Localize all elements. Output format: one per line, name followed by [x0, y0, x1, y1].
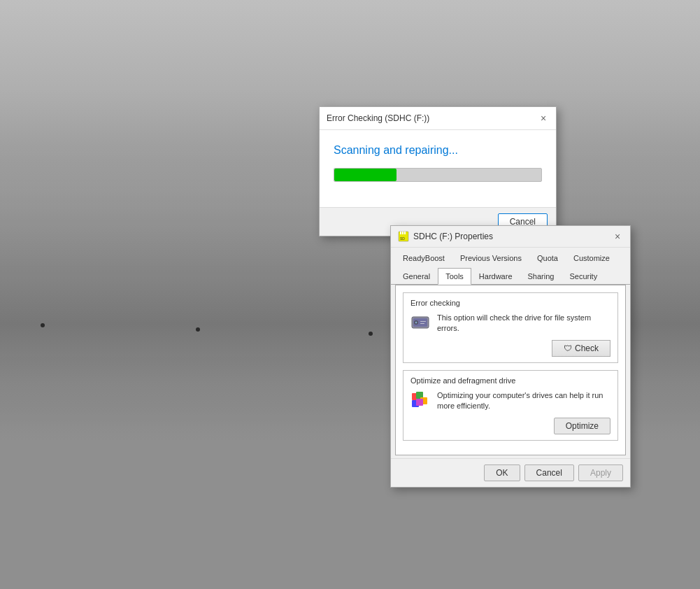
progress-bar-fill: [334, 169, 397, 181]
optimize-button[interactable]: Optimize: [554, 418, 610, 434]
error-dialog-title: Error Checking (SDHC (F:)): [327, 113, 429, 123]
svg-rect-15: [416, 399, 423, 406]
optimize-desc: Optimizing your computer's drives can he…: [437, 390, 610, 412]
properties-close-button[interactable]: ×: [612, 231, 623, 242]
properties-titlebar: SD SDHC (F:) Properties ×: [391, 226, 630, 248]
shield-icon: 🛡: [564, 343, 572, 353]
tab-previous-versions[interactable]: Previous Versions: [452, 250, 529, 266]
tab-hardware[interactable]: Hardware: [471, 268, 520, 284]
tabs-row-1: ReadyBoost Previous Versions Quota Custo…: [391, 248, 630, 266]
error-checking-section: Error checking This option will check th…: [403, 292, 618, 363]
svg-rect-1: [400, 232, 401, 234]
svg-rect-10: [420, 323, 424, 324]
error-checking-title: Error checking: [410, 299, 610, 307]
bird-1: [41, 323, 45, 327]
tab-general[interactable]: General: [395, 268, 438, 284]
properties-title: SDHC (F:) Properties: [413, 232, 493, 241]
error-dialog-titlebar: Error Checking (SDHC (F:)) ×: [320, 107, 556, 130]
optimize-title: Optimize and defragment drive: [410, 376, 610, 385]
check-button-label: Check: [575, 343, 599, 353]
svg-point-8: [415, 322, 417, 324]
error-checking-content: This option will check the drive for fil…: [410, 313, 610, 334]
ok-button[interactable]: OK: [484, 464, 520, 481]
tab-customize[interactable]: Customize: [566, 250, 617, 266]
svg-text:SD: SD: [400, 236, 405, 241]
apply-button[interactable]: Apply: [578, 464, 623, 481]
optimize-action: Optimize: [410, 418, 610, 434]
progress-bar-container: [334, 168, 542, 182]
error-dialog-body: Scanning and repairing...: [320, 130, 556, 207]
tab-tools[interactable]: Tools: [438, 268, 471, 285]
optimize-section: Optimize and defragment drive Optimizing…: [403, 370, 618, 441]
error-checking-desc: This option will check the drive for fil…: [437, 313, 610, 334]
tabs-row-2: General Tools Hardware Sharing Security: [391, 266, 630, 285]
tab-quota[interactable]: Quota: [529, 250, 566, 266]
drive-icon: SD: [398, 231, 409, 242]
bird-3: [369, 332, 373, 336]
scanning-text: Scanning and repairing...: [334, 144, 542, 157]
optimize-content: Optimizing your computer's drives can he…: [410, 390, 610, 412]
properties-dialog: SD SDHC (F:) Properties × ReadyBoost Pre…: [390, 225, 631, 488]
tab-content: Error checking This option will check th…: [395, 285, 626, 455]
properties-titlebar-left: SD SDHC (F:) Properties: [398, 231, 493, 242]
bird-2: [196, 327, 200, 332]
hdd-icon: [410, 313, 430, 332]
svg-rect-9: [420, 321, 426, 322]
error-checking-action: 🛡 Check: [410, 340, 610, 357]
svg-rect-3: [404, 232, 406, 234]
properties-cancel-button[interactable]: Cancel: [524, 464, 574, 481]
tab-security[interactable]: Security: [562, 268, 605, 284]
check-button[interactable]: 🛡 Check: [552, 340, 610, 357]
error-dialog-close-button[interactable]: ×: [538, 113, 549, 124]
tab-readyboost[interactable]: ReadyBoost: [395, 250, 452, 266]
error-checking-dialog: Error Checking (SDHC (F:)) × Scanning an…: [319, 106, 557, 236]
properties-dialog-bottom: OK Cancel Apply: [391, 458, 630, 487]
tab-sharing[interactable]: Sharing: [520, 268, 562, 284]
defrag-svg: [410, 390, 430, 410]
defrag-icon: [410, 390, 430, 410]
hdd-svg: [410, 314, 430, 331]
svg-rect-2: [402, 232, 403, 234]
